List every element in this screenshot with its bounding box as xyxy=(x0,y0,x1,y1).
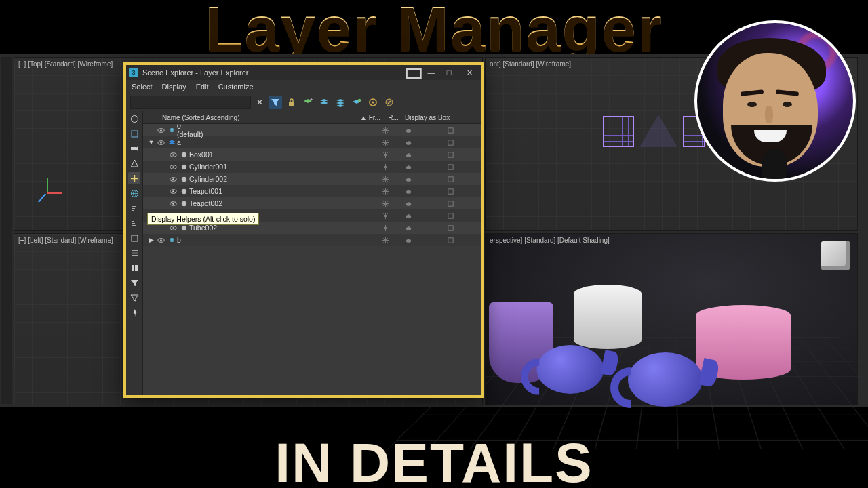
select-by-layer-icon[interactable] xyxy=(366,96,380,109)
sort-desc-icon[interactable] xyxy=(128,217,140,229)
frozen-cell[interactable] xyxy=(374,175,397,184)
isolate-layer-icon[interactable] xyxy=(382,96,396,109)
display-as-box-cell[interactable] xyxy=(420,224,481,232)
tree-row[interactable]: Cylinder001 xyxy=(143,161,481,173)
filter-camera-icon[interactable] xyxy=(128,142,140,155)
display-as-box-cell[interactable] xyxy=(420,126,481,135)
visibility-eye-icon[interactable] xyxy=(167,175,178,184)
filter-shapes-icon[interactable] xyxy=(128,157,140,169)
menu-edit[interactable]: Edit xyxy=(196,83,209,91)
svg-point-64 xyxy=(181,226,186,230)
visibility-eye-icon[interactable] xyxy=(155,138,166,147)
frozen-cell[interactable] xyxy=(374,236,397,245)
display-as-box-cell[interactable] xyxy=(420,150,481,159)
lock-selection-icon[interactable] xyxy=(285,96,298,109)
dock-button[interactable] xyxy=(405,66,422,79)
display-as-box-cell[interactable] xyxy=(420,187,481,196)
layer-stack-b-icon[interactable] xyxy=(334,96,347,109)
visibility-eye-icon[interactable] xyxy=(155,126,166,135)
tree-row[interactable]: Cylinder002 xyxy=(143,173,481,185)
renderable-cell[interactable] xyxy=(397,150,420,159)
create-layer-icon[interactable]: + xyxy=(301,96,315,109)
filter-helpers-icon[interactable] xyxy=(128,172,140,184)
add-to-layer-icon[interactable] xyxy=(350,96,363,109)
visibility-eye-icon[interactable] xyxy=(167,199,178,208)
filter-spacewarps-icon[interactable] xyxy=(128,187,140,199)
filter-toggle-icon[interactable] xyxy=(269,96,282,109)
funnel-a-icon[interactable] xyxy=(128,277,140,289)
renderable-cell[interactable] xyxy=(397,175,420,184)
visibility-eye-icon[interactable] xyxy=(167,150,178,159)
svg-rect-54 xyxy=(408,203,410,203)
svg-rect-12 xyxy=(132,265,134,268)
app-left-toolbar[interactable] xyxy=(1,57,12,404)
visibility-eye-icon[interactable] xyxy=(167,187,178,196)
renderable-cell[interactable] xyxy=(397,224,420,232)
menu-select[interactable]: Select xyxy=(132,83,153,91)
frozen-cell[interactable] xyxy=(374,150,397,159)
tree-row[interactable]: 0 (default) xyxy=(143,124,481,136)
display-as-box-cell[interactable] xyxy=(420,175,481,184)
renderable-cell[interactable] xyxy=(397,236,420,245)
display-as-box-cell[interactable] xyxy=(420,211,481,220)
frozen-cell[interactable] xyxy=(374,187,397,196)
svg-text:+: + xyxy=(310,98,313,102)
tree-row[interactable]: Teapot002 xyxy=(143,197,481,209)
svg-rect-43 xyxy=(448,177,452,182)
frozen-cell[interactable] xyxy=(374,126,397,135)
close-button[interactable]: ✕ xyxy=(458,66,481,79)
display-as-box-cell[interactable] xyxy=(420,199,481,208)
display-as-box-cell[interactable] xyxy=(420,138,481,147)
panel-titlebar[interactable]: 3 Scene Explorer - Layer Explorer — □ ✕ xyxy=(126,65,481,80)
display-as-box-cell[interactable] xyxy=(420,163,481,171)
renderable-cell[interactable] xyxy=(397,187,420,196)
layer-stack-a-icon[interactable] xyxy=(317,96,331,109)
menu-display[interactable]: Display xyxy=(162,83,186,91)
display-as-box-cell[interactable] xyxy=(420,236,481,245)
clear-search-button[interactable]: ✕ xyxy=(254,96,266,108)
visibility-eye-icon[interactable] xyxy=(155,236,166,245)
frozen-cell[interactable] xyxy=(374,138,397,147)
svg-rect-42 xyxy=(408,178,410,179)
frozen-cell[interactable] xyxy=(374,224,397,232)
renderable-cell[interactable] xyxy=(397,138,420,147)
renderable-cell[interactable] xyxy=(397,211,420,220)
tree-row[interactable]: Teapot001 xyxy=(143,185,481,197)
expand-toggle-icon[interactable]: ▼ xyxy=(147,139,155,146)
tree-row[interactable]: Box001 xyxy=(143,148,481,161)
visibility-eye-icon[interactable] xyxy=(167,163,178,171)
svg-rect-0 xyxy=(407,69,421,78)
funnel-b-icon[interactable] xyxy=(128,291,140,304)
svg-point-17 xyxy=(160,130,162,132)
view-compact-icon[interactable] xyxy=(128,232,140,244)
search-input[interactable] xyxy=(130,96,251,109)
scene-teapot-1 xyxy=(537,345,604,394)
filter-all-icon[interactable] xyxy=(128,113,140,125)
column-display-as-box[interactable]: Display as Box xyxy=(405,114,466,121)
column-render[interactable]: R... xyxy=(382,114,405,121)
filter-geometry-icon[interactable] xyxy=(128,127,140,140)
renderable-cell[interactable] xyxy=(397,199,420,208)
sort-asc-icon[interactable] xyxy=(128,202,140,214)
frozen-cell[interactable] xyxy=(374,199,397,208)
menu-customize[interactable]: Customize xyxy=(218,83,254,91)
viewport-left-label: [+] [Left] [Standard] [Wireframe] xyxy=(18,237,113,244)
view-grid-icon[interactable] xyxy=(128,262,140,274)
pin-icon[interactable] xyxy=(128,306,140,319)
renderable-cell[interactable] xyxy=(397,163,420,171)
viewcube-icon[interactable] xyxy=(821,241,850,270)
viewport-perspective[interactable]: erspective] [Standard] [Default Shading] xyxy=(485,233,858,405)
frozen-cell[interactable] xyxy=(374,163,397,171)
renderable-cell[interactable] xyxy=(397,126,420,135)
maximize-button[interactable]: □ xyxy=(440,66,458,79)
svg-point-51 xyxy=(172,203,174,205)
column-headers[interactable]: Name (Sorted Ascending) ▲ Fr... R... Dis… xyxy=(143,111,481,124)
frozen-cell[interactable] xyxy=(374,211,397,220)
column-frozen[interactable]: ▲ Fr... xyxy=(359,114,382,121)
expand-toggle-icon[interactable]: ▶ xyxy=(147,237,155,243)
svg-rect-24 xyxy=(408,142,410,142)
minimize-button[interactable]: — xyxy=(422,66,440,79)
view-list-icon[interactable] xyxy=(128,247,140,259)
tree-row[interactable]: ▶b xyxy=(143,234,481,246)
column-name[interactable]: Name (Sorted Ascending) xyxy=(143,114,359,121)
